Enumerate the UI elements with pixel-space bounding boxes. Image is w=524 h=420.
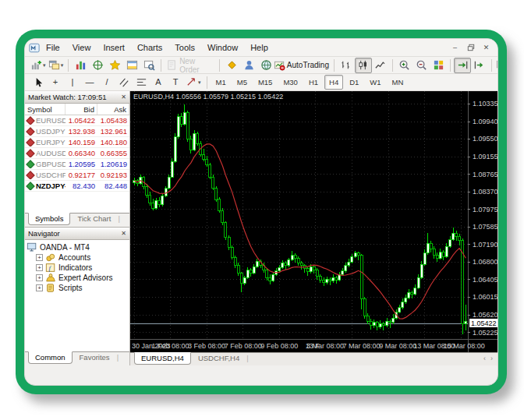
autotrading-button[interactable]: AutoTrading — [274, 58, 330, 73]
line-chart-button[interactable] — [372, 58, 389, 73]
new-chart-dropdown-icon[interactable]: ▾ — [43, 62, 46, 69]
nav-item-indicators[interactable]: +fIndicators — [27, 263, 128, 273]
market-watch-close-icon[interactable]: ✕ — [121, 94, 126, 101]
auto-scroll-button[interactable] — [454, 58, 471, 73]
column-symbol[interactable]: Symbol — [25, 104, 66, 115]
fibonacci-tool-button[interactable] — [133, 75, 150, 90]
tab-scroll-right-icon[interactable]: › — [490, 355, 493, 362]
chart-tab-eurusd-h4[interactable]: EURUSD,H4 — [134, 352, 191, 365]
indicators-button[interactable]: ▾ — [495, 58, 498, 73]
timeframe-m30[interactable]: M30 — [278, 75, 302, 90]
svg-text:9 Feb 08:00: 9 Feb 08:00 — [260, 342, 298, 350]
timeframe-mn[interactable]: MN — [388, 75, 409, 90]
menu-insert[interactable]: Insert — [97, 41, 131, 54]
restore-button[interactable] — [464, 42, 477, 53]
nav-item-label: Expert Advisors — [58, 274, 112, 282]
menu-tools[interactable]: Tools — [168, 41, 201, 54]
close-button[interactable]: ✕ — [480, 42, 493, 53]
profiles-button[interactable]: ▾ — [48, 58, 66, 73]
tab-common[interactable]: Common — [28, 351, 73, 364]
menu-view[interactable]: View — [66, 41, 97, 54]
zoom-in-button[interactable] — [395, 58, 412, 73]
nav-item-scripts[interactable]: +Scripts — [27, 283, 128, 293]
nav-root[interactable]: OANDA - MT4 — [27, 242, 128, 252]
data-window-button[interactable] — [89, 58, 106, 73]
nav-item-label: Indicators — [58, 263, 92, 272]
chart-canvas[interactable]: 1.103351.099401.095501.091551.087651.083… — [130, 91, 498, 352]
market-watch-row-usdchf[interactable]: USDCHF0.921770.92193 — [25, 170, 129, 181]
strategy-tester-icon — [143, 59, 155, 71]
arrows-tool-button[interactable]: ▾ — [184, 75, 204, 90]
arrows-tool-dropdown-icon[interactable]: ▾ — [198, 79, 201, 86]
equidistant-channel-tool-button[interactable] — [115, 75, 133, 90]
trendline-tool-button[interactable]: / — [98, 75, 115, 90]
webterminal-button[interactable] — [257, 58, 274, 73]
timeframe-h4[interactable]: H4 — [324, 75, 343, 90]
tab-scroll-left-icon[interactable]: ‹ — [483, 355, 486, 362]
minimize-button[interactable]: – — [448, 42, 462, 53]
nav-item-expert-advisors[interactable]: +Expert Advisors — [27, 273, 128, 283]
market-watch-row-eurjpy[interactable]: EURJPY140.159140.180 — [25, 137, 129, 148]
navigator-toggle-button[interactable] — [106, 58, 123, 73]
menu-file[interactable]: File — [40, 41, 66, 54]
community-icon — [243, 59, 255, 71]
text-tool-button[interactable]: A — [150, 75, 167, 90]
new-chart-button[interactable]: ▾ — [30, 58, 48, 73]
svg-text:7 Feb 08:00: 7 Feb 08:00 — [225, 342, 262, 350]
timeframe-h1[interactable]: H1 — [304, 75, 323, 90]
expand-icon[interactable]: + — [36, 264, 43, 271]
market-watch-toggle-button[interactable] — [72, 58, 89, 73]
horizontal-line-tool-button[interactable]: — — [81, 75, 98, 90]
navigator-close-icon[interactable]: ✕ — [121, 230, 126, 237]
price-down-icon — [26, 149, 34, 157]
nav-item-accounts[interactable]: +Accounts — [27, 252, 128, 263]
tab-favorites[interactable]: Favorites — [73, 351, 117, 364]
bar-chart-button[interactable] — [338, 58, 355, 73]
bid-value: 82.430 — [66, 182, 97, 190]
new-chart-icon — [30, 59, 42, 71]
market-watch-tabs: SymbolsTick Chart| — [25, 213, 129, 227]
price-down-icon — [26, 127, 34, 136]
vertical-line-tool-button[interactable]: | — [64, 75, 81, 90]
zoom-out-button[interactable] — [412, 58, 430, 73]
market-watch-row-nzdjpy-a[interactable]: NZDJPY-a82.43082.448 — [25, 181, 129, 192]
candlestick-chart-button[interactable] — [355, 58, 372, 73]
fibonacci-tool-icon — [136, 76, 147, 88]
community-button[interactable] — [240, 58, 257, 73]
market-watch-row-usdjpy[interactable]: USDJPY132.938132.961 — [25, 126, 129, 137]
expand-icon[interactable]: + — [36, 274, 43, 281]
timeframe-m15[interactable]: M15 — [253, 75, 277, 90]
timeframe-m1[interactable]: M1 — [211, 75, 231, 90]
svg-text:3 Feb 08:00: 3 Feb 08:00 — [188, 342, 225, 350]
tile-windows-button[interactable] — [430, 58, 447, 73]
timeframe-d1[interactable]: D1 — [345, 75, 363, 90]
column-bid[interactable]: Bid — [66, 104, 97, 115]
menu-window[interactable]: Window — [201, 41, 244, 54]
menu-charts[interactable]: Charts — [131, 41, 168, 54]
column-ask[interactable]: Ask — [97, 104, 129, 115]
timeframe-m5[interactable]: M5 — [232, 75, 252, 90]
text-label-tool-button[interactable]: T — [167, 75, 184, 90]
tab-tick-chart[interactable]: Tick Chart — [70, 213, 118, 225]
webterminal-icon — [260, 59, 272, 71]
timeframe-w1[interactable]: W1 — [365, 75, 385, 90]
menu-help[interactable]: Help — [244, 41, 274, 54]
tab-symbols[interactable]: Symbols — [28, 213, 70, 225]
symbol-label: AUDUSD — [36, 149, 66, 157]
strategy-tester-button[interactable] — [140, 58, 158, 73]
market-watch-row-audusd[interactable]: AUDUSD0.663400.66355 — [25, 148, 129, 159]
profiles-dropdown-icon[interactable]: ▾ — [61, 62, 64, 69]
market-watch-row-eurusd[interactable]: EURUSD1.054221.05438 — [25, 115, 129, 126]
chart-tab-usdchf-h4[interactable]: USDCHF,H4 — [191, 352, 246, 365]
metaeditor-button[interactable] — [223, 58, 240, 73]
market-watch-row-gbpusd[interactable]: GBPUSD1.205951.20619 — [25, 159, 129, 170]
terminal-toggle-button[interactable] — [123, 58, 140, 73]
expand-icon[interactable]: + — [36, 284, 43, 291]
candlestick-chart-icon — [357, 59, 369, 71]
chart-shift-button[interactable] — [471, 58, 488, 73]
cursor-tool-button[interactable] — [30, 75, 47, 90]
new-order-button[interactable]: New Order — [165, 58, 216, 73]
expand-icon[interactable]: + — [36, 254, 43, 261]
bid-value: 140.159 — [66, 138, 97, 146]
crosshair-tool-button[interactable]: + — [47, 75, 64, 90]
